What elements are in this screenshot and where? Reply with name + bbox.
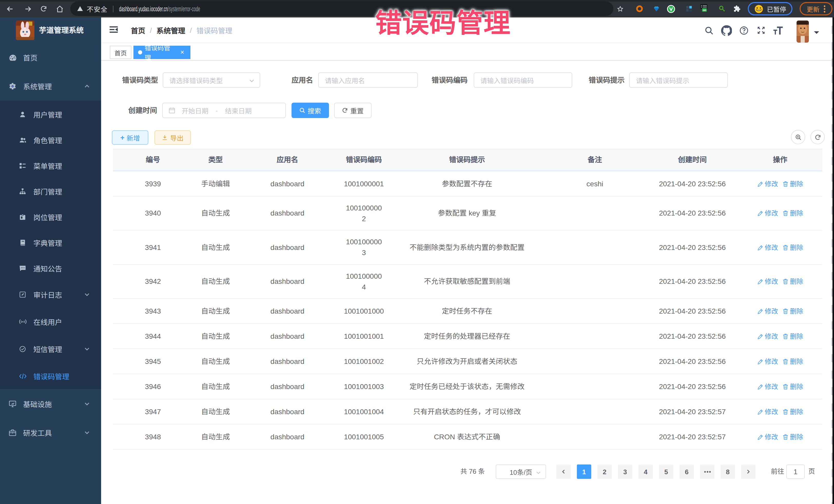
svg-text:on: on <box>703 8 706 11</box>
